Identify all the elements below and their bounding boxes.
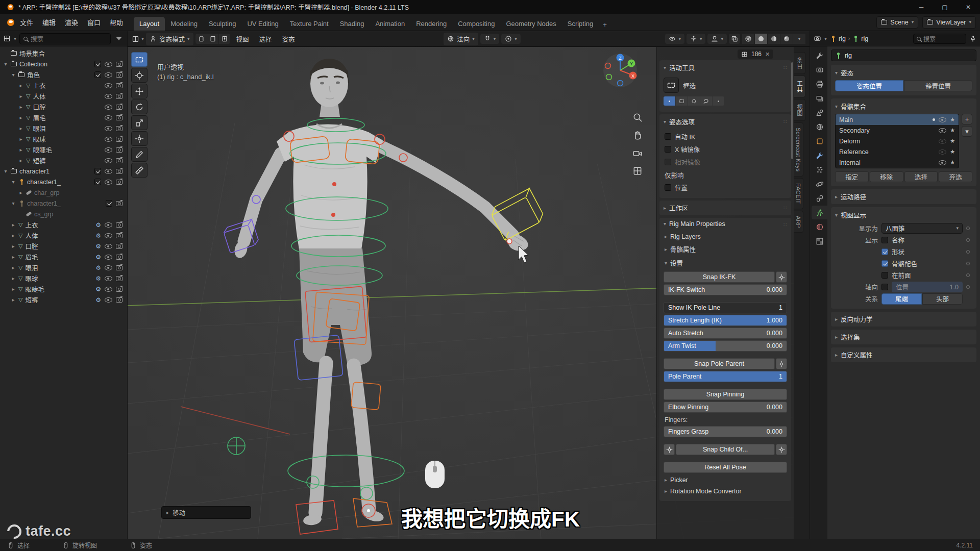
character-model[interactable] [233, 59, 528, 526]
checkbox[interactable] [881, 284, 888, 290]
visibility-eye-icon[interactable] [105, 244, 112, 249]
visibility-eye-icon[interactable] [105, 137, 112, 142]
outliner-row[interactable]: ▾character1 [0, 166, 127, 177]
shading-solid-button[interactable] [755, 34, 767, 44]
viewport-menu-选择[interactable]: 选择 [255, 33, 276, 45]
workspace-tab-rendering[interactable]: Rendering [410, 17, 452, 31]
checkbox[interactable] [665, 184, 671, 191]
visibility-eye-icon[interactable] [105, 169, 112, 174]
visibility-eye-icon[interactable] [939, 117, 946, 122]
button-Snap Child Of...[interactable]: Snap Child Of... [676, 444, 775, 455]
visibility-eye-icon[interactable] [105, 147, 112, 153]
outliner-row[interactable]: 场景集合 [0, 48, 127, 59]
outliner-editor-type-button[interactable] [3, 35, 11, 42]
render-camera-icon[interactable] [116, 72, 122, 78]
tool-box-select[interactable] [131, 52, 148, 67]
tool-annotate[interactable] [131, 147, 148, 162]
expander-icon[interactable]: ▸ [18, 158, 23, 163]
workspace-tab-animation[interactable]: Animation [370, 17, 410, 31]
bone-collection-row-Secondary[interactable]: Secondary★ [836, 125, 959, 136]
navigation-gizmo[interactable]: Z Y X [602, 53, 638, 90]
properties-tab-render[interactable] [812, 63, 827, 77]
bone-collection-row-Internal[interactable]: Internal★ [836, 157, 959, 168]
render-camera-icon[interactable] [116, 255, 122, 260]
panel-header-active-tool[interactable]: ▾活动工具∷ [659, 60, 791, 75]
slider-Pole Parent[interactable]: Pole Parent1 [664, 371, 787, 382]
outliner-row[interactable]: ▸▽眉毛 [0, 112, 127, 123]
copy-pose-button[interactable] [195, 34, 207, 44]
snapping-toggle[interactable]: ▾ [480, 34, 500, 44]
slider-IK-FK Switch[interactable]: IK-FK Switch0.000 [664, 284, 787, 295]
xray-toggle[interactable] [729, 34, 740, 44]
expander-icon[interactable]: ▸ [11, 265, 16, 270]
render-camera-icon[interactable] [116, 233, 122, 238]
workspace-tab-geometry-nodes[interactable]: Geometry Nodes [500, 17, 561, 31]
shading-wireframe-button[interactable] [742, 34, 754, 44]
render-camera-icon[interactable] [116, 201, 122, 206]
solo-star-icon[interactable]: ★ [950, 160, 955, 165]
visibility-eye-icon[interactable] [105, 72, 112, 78]
outliner-row[interactable]: ▸▽口腔 [0, 102, 127, 112]
visibility-eye-icon[interactable] [105, 126, 112, 131]
subpanel-header-Picker[interactable]: ▸Picker [664, 474, 787, 486]
button-尾端[interactable]: 尾端 [881, 293, 922, 305]
slider-Show IK Pole Line[interactable]: Show IK Pole Line1 [664, 302, 787, 313]
bone-collection-row-Main[interactable]: Main★ [836, 114, 959, 125]
outliner-row[interactable]: ▸char_grp [0, 187, 127, 198]
button-side-icon[interactable] [776, 444, 787, 455]
button-Snap IK-FK[interactable]: Snap IK-FK [664, 271, 775, 283]
slider-Auto Stretch[interactable]: Auto Stretch0.000 [664, 328, 787, 339]
select-mode-1[interactable] [676, 96, 688, 106]
visibility-eye-icon[interactable] [105, 287, 112, 292]
checkbox[interactable] [881, 248, 888, 255]
zoom-button[interactable] [632, 112, 643, 124]
panel-header-pose-options[interactable]: ▾姿态选项∷ [659, 114, 791, 129]
select-mode-3[interactable] [700, 96, 712, 106]
render-camera-icon[interactable] [116, 147, 122, 153]
sidebar-tab-条目[interactable]: 条目 [794, 52, 805, 74]
workspace-tab-shading[interactable]: Shading [334, 17, 370, 31]
tool-move[interactable] [131, 84, 148, 98]
visibility-eye-icon[interactable] [105, 233, 112, 238]
bone-collection-row-Reference[interactable]: Reference★ [836, 146, 959, 157]
modifier-wrench-icon[interactable]: ⚙ [95, 222, 101, 228]
expander-icon[interactable]: ▾ [3, 62, 8, 67]
workspace-tab-compositing[interactable]: Compositing [452, 17, 500, 31]
properties-tab-material[interactable] [812, 220, 827, 234]
maximize-button[interactable]: ▢ [933, 0, 957, 14]
gizmos-dropdown[interactable]: ▾ [687, 34, 706, 44]
button-姿态位置[interactable]: 姿态位置 [835, 80, 903, 91]
pin-icon[interactable] [969, 35, 976, 42]
badge-close-icon[interactable]: ✕ [765, 51, 770, 58]
visibility-eye-icon[interactable] [105, 276, 112, 281]
paste-flipped-pose-button[interactable] [219, 34, 230, 44]
checkbox[interactable] [665, 159, 671, 165]
expander-icon[interactable]: ▸ [18, 190, 23, 195]
render-camera-icon[interactable] [116, 276, 122, 281]
sidebar-tab-工具[interactable]: 工具 [794, 76, 805, 97]
expander-icon[interactable]: ▸ [18, 105, 23, 110]
armature-name-field[interactable]: rig [831, 49, 976, 61]
visibility-eye-icon[interactable] [105, 62, 112, 67]
modifier-wrench-icon[interactable]: ⚙ [95, 233, 101, 239]
checkbox[interactable] [665, 133, 671, 140]
overlays-dropdown[interactable]: ▾ [707, 34, 727, 44]
outliner-row[interactable]: ▸▽上衣 [0, 80, 127, 91]
expander-icon[interactable]: ▸ [11, 276, 16, 281]
visibility-eye-icon[interactable] [939, 139, 946, 144]
expander-icon[interactable]: ▾ [3, 169, 8, 174]
properties-editor-type-button[interactable] [814, 35, 821, 42]
outliner-row[interactable]: ▸▽眼泪⚙ [0, 262, 127, 273]
animate-dot-icon[interactable] [966, 285, 970, 289]
render-camera-icon[interactable] [116, 265, 122, 270]
menu-渲染[interactable]: 渲染 [60, 15, 83, 29]
render-camera-icon[interactable] [116, 83, 122, 88]
tool-scale[interactable] [131, 115, 148, 130]
sidebar-tab-ARP[interactable]: ARP [794, 211, 803, 233]
visibility-eye-icon[interactable] [939, 160, 946, 165]
modifier-wrench-icon[interactable]: ⚙ [95, 276, 101, 282]
render-camera-icon[interactable] [116, 297, 122, 303]
render-camera-icon[interactable] [116, 115, 122, 120]
outliner-search-input[interactable]: 搜索 [19, 33, 111, 44]
outliner-row[interactable]: ▸▽眼球 [0, 134, 127, 144]
